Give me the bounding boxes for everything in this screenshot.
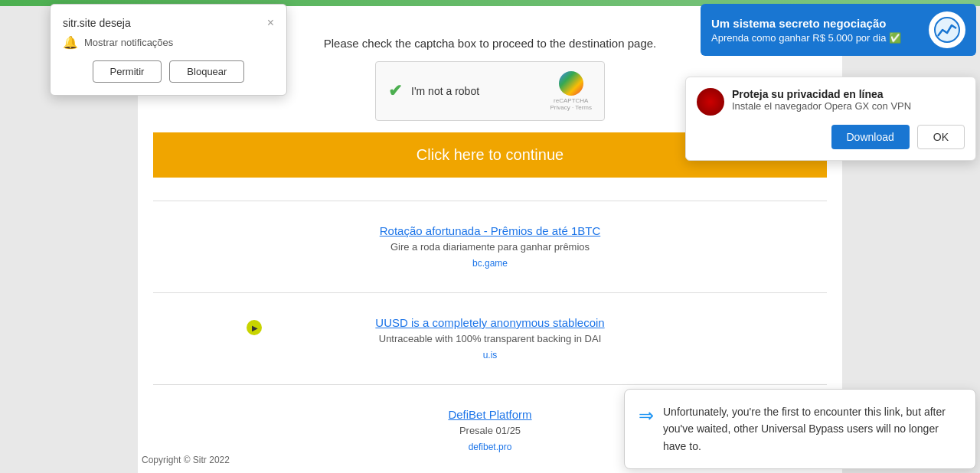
ad-url-3[interactable]: defibet.pro — [469, 442, 512, 452]
ad-title-3[interactable]: DefiBet Platform — [448, 408, 531, 421]
notif-bell-row: 🔔 Mostrar notificações — [63, 35, 274, 50]
divider-2 — [153, 292, 827, 293]
bypass-text: Unfortunately, you're the first to encou… — [663, 403, 962, 455]
ad-url-1[interactable]: bc.game — [472, 258, 508, 269]
notif-title: sitr.site deseja — [63, 17, 131, 29]
notification-popup: sitr.site deseja × 🔔 Mostrar notificaçõe… — [50, 4, 287, 96]
opera-popup: Proteja su privacidad en línea Instale e… — [685, 77, 976, 161]
notif-close-button[interactable]: × — [267, 17, 274, 29]
recaptcha-logo: reCAPTCHA Privacy · Terms — [550, 71, 592, 111]
recaptcha-terms: Privacy · Terms — [550, 104, 592, 111]
ad-banner-subtitle: Aprenda como ganhar R$ 5.000 por dia ✅ — [711, 32, 921, 44]
opera-subtitle: Instale el navegador Opera GX con VPN — [732, 100, 911, 112]
ad-banner-title: Um sistema secreto negociação — [711, 17, 921, 30]
opera-actions: Download OK — [697, 125, 965, 149]
cursor-pointer — [247, 320, 262, 335]
ad-item-1: Rotação afortunada - Prêmios de até 1BTC… — [153, 209, 827, 285]
bypass-arrow-icon: ⇒ — [639, 405, 654, 426]
opera-text-block: Proteja su privacidad en línea Instale e… — [732, 88, 911, 112]
ad-banner-chart-icon — [929, 11, 965, 48]
opera-download-button[interactable]: Download — [831, 125, 910, 149]
notif-buttons: Permitir Bloquear — [63, 60, 274, 83]
opera-icon — [697, 88, 724, 116]
opera-ok-button[interactable]: OK — [917, 125, 965, 149]
allow-button[interactable]: Permitir — [93, 60, 162, 83]
captcha-check: ✔ I'm not a robot — [388, 81, 479, 101]
main-page: Please check the captcha box to proceed … — [0, 0, 980, 473]
bypass-popup: ⇒ Unfortunately, you're the first to enc… — [624, 389, 976, 469]
recaptcha-text: reCAPTCHA — [554, 97, 588, 104]
svg-point-0 — [935, 18, 959, 42]
bypass-popup-content: ⇒ Unfortunately, you're the first to enc… — [639, 403, 962, 455]
opera-title: Proteja su privacidad en línea — [732, 88, 911, 100]
copyright: Copyright © Sitr 2022 — [142, 455, 230, 465]
ad-desc-1: Gire a roda diariamente para ganhar prêm… — [153, 241, 827, 253]
notif-subtitle: Mostrar notificações — [84, 37, 173, 48]
ad-banner-top: Um sistema secreto negociação Aprenda co… — [701, 4, 976, 56]
notif-header: sitr.site deseja × — [63, 17, 274, 29]
divider-3 — [153, 384, 827, 385]
captcha-box[interactable]: ✔ I'm not a robot reCAPTCHA Privacy · Te… — [375, 61, 605, 121]
opera-header: Proteja su privacidad en línea Instale e… — [697, 88, 965, 116]
captcha-label: I'm not a robot — [411, 85, 479, 97]
ad-title-1[interactable]: Rotação afortunada - Prêmios de até 1BTC — [380, 224, 601, 237]
divider-1 — [153, 201, 827, 201]
ad-item-2: UUSD is a completely anonymous stablecoi… — [153, 301, 827, 377]
ad-banner-text: Um sistema secreto negociação Aprenda co… — [711, 17, 921, 44]
ad-title-2[interactable]: UUSD is a completely anonymous stablecoi… — [375, 316, 604, 329]
check-icon: ✔ — [388, 81, 402, 101]
block-button[interactable]: Bloquear — [169, 60, 244, 83]
ad-url-2[interactable]: u.is — [483, 350, 498, 360]
bell-icon: 🔔 — [63, 35, 78, 50]
recaptcha-icon — [559, 71, 583, 96]
